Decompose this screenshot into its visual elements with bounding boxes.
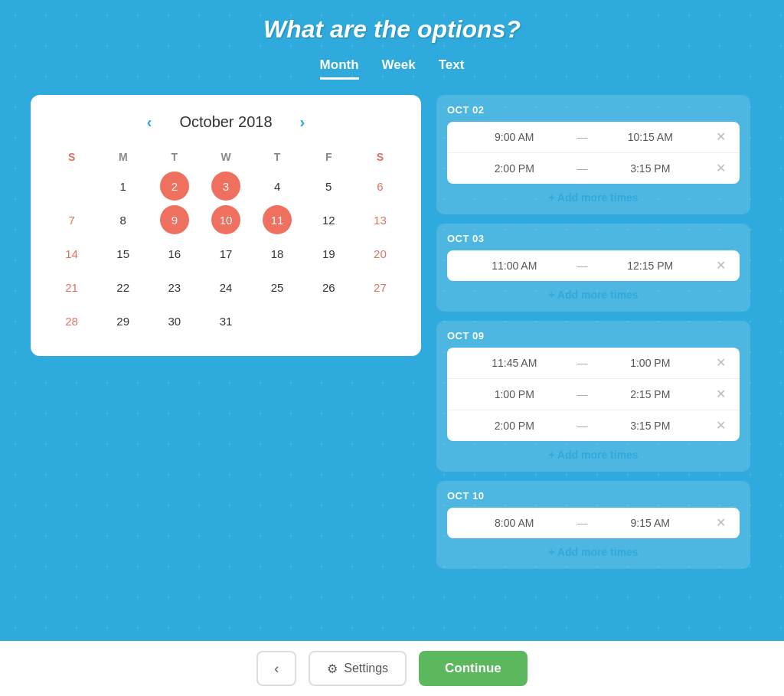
- cal-day-11[interactable]: 11: [263, 205, 292, 234]
- time-slots-oct03: 11:00 AM — 12:15 PM ✕: [447, 250, 740, 281]
- cal-day-28[interactable]: 28: [57, 306, 87, 335]
- cal-day-5[interactable]: 5: [314, 172, 343, 201]
- dow-thursday: T: [252, 145, 303, 169]
- end-time: 2:15 PM: [594, 388, 707, 400]
- start-time: 9:00 AM: [458, 131, 571, 143]
- time-dash: —: [577, 517, 588, 529]
- remove-timeslot-button[interactable]: ✕: [713, 388, 729, 400]
- cal-day-20[interactable]: 20: [365, 239, 394, 268]
- end-time: 3:15 PM: [594, 420, 707, 432]
- cal-empty: [314, 306, 343, 335]
- date-label-oct02: OCT 02: [447, 104, 740, 116]
- dow-sunday: S: [46, 145, 97, 169]
- end-time: 12:15 PM: [594, 260, 707, 272]
- time-dash: —: [577, 260, 588, 272]
- date-label-oct03: OCT 03: [447, 233, 740, 244]
- add-more-times-button[interactable]: + Add more times: [447, 441, 740, 462]
- cal-day-9[interactable]: 9: [160, 205, 189, 234]
- add-more-times-button[interactable]: + Add more times: [447, 538, 740, 560]
- cal-day-2[interactable]: 2: [160, 172, 189, 201]
- time-slots-oct02: 9:00 AM — 10:15 AM ✕ 2:00 PM — 3:15 PM ✕: [447, 122, 740, 184]
- cal-day-18[interactable]: 18: [263, 239, 292, 268]
- time-slot-row: 11:00 AM — 12:15 PM ✕: [447, 250, 740, 281]
- remove-timeslot-button[interactable]: ✕: [713, 357, 729, 369]
- start-time: 11:00 AM: [458, 260, 571, 272]
- calendar-month-year: October 2018: [179, 113, 272, 131]
- tabs-container: Month Week Text: [320, 57, 465, 80]
- cal-day-22[interactable]: 22: [109, 273, 138, 302]
- end-time: 1:00 PM: [594, 357, 707, 369]
- cal-day-23[interactable]: 23: [160, 273, 189, 302]
- cal-empty: [365, 306, 394, 335]
- add-more-times-button[interactable]: + Add more times: [447, 184, 740, 205]
- continue-button[interactable]: Continue: [419, 651, 528, 686]
- cal-day-10[interactable]: 10: [211, 205, 240, 234]
- date-section-oct09: OCT 09 11:45 AM — 1:00 PM ✕ 1:00 PM — 2:…: [436, 321, 750, 472]
- remove-timeslot-button[interactable]: ✕: [713, 162, 729, 175]
- time-slot-row: 9:00 AM — 10:15 AM ✕: [447, 122, 740, 153]
- time-slots-oct10: 8:00 AM — 9:15 AM ✕: [447, 508, 740, 538]
- cal-day-3[interactable]: 3: [211, 172, 240, 201]
- time-slot-row: 1:00 PM — 2:15 PM ✕: [447, 379, 740, 410]
- cal-day-24[interactable]: 24: [211, 273, 240, 302]
- settings-label: Settings: [344, 662, 388, 675]
- time-slot-row: 2:00 PM — 3:15 PM ✕: [447, 410, 740, 441]
- cal-day-7[interactable]: 7: [57, 205, 87, 234]
- add-more-times-button[interactable]: + Add more times: [447, 281, 740, 302]
- cal-day-31[interactable]: 31: [211, 306, 240, 335]
- settings-button[interactable]: ⚙ Settings: [309, 651, 407, 686]
- cal-day-30[interactable]: 30: [160, 306, 189, 335]
- dow-saturday: S: [354, 145, 406, 169]
- end-time: 10:15 AM: [594, 131, 707, 143]
- remove-timeslot-button[interactable]: ✕: [713, 420, 729, 432]
- dow-tuesday: T: [149, 145, 200, 169]
- calendar-panel: ‹ October 2018 › S M T W T F S 1 2 3 4 5: [31, 95, 421, 356]
- cal-day-12[interactable]: 12: [314, 205, 343, 234]
- page-title: What are the options?: [263, 15, 521, 44]
- cal-day-15[interactable]: 15: [109, 239, 138, 268]
- right-panel: OCT 02 9:00 AM — 10:15 AM ✕ 2:00 PM — 3:…: [436, 95, 753, 569]
- date-section-oct02: OCT 02 9:00 AM — 10:15 AM ✕ 2:00 PM — 3:…: [436, 95, 750, 214]
- gear-icon: ⚙: [327, 662, 338, 676]
- cal-day-26[interactable]: 26: [314, 273, 343, 302]
- time-dash: —: [577, 162, 588, 175]
- cal-day-21[interactable]: 21: [57, 273, 87, 302]
- cal-day-8[interactable]: 8: [109, 205, 138, 234]
- dow-monday: M: [97, 145, 149, 169]
- cal-day-17[interactable]: 17: [211, 239, 240, 268]
- dow-wednesday: W: [200, 145, 251, 169]
- remove-timeslot-button[interactable]: ✕: [713, 131, 729, 143]
- back-button[interactable]: ‹: [256, 651, 296, 686]
- cal-day-27[interactable]: 27: [365, 273, 394, 302]
- tab-text[interactable]: Text: [439, 57, 465, 80]
- time-slot-row: 2:00 PM — 3:15 PM ✕: [447, 153, 740, 184]
- cal-day-14[interactable]: 14: [57, 239, 87, 268]
- calendar-header: ‹ October 2018 ›: [46, 113, 406, 131]
- cal-day-4[interactable]: 4: [263, 172, 292, 201]
- date-label-oct10: OCT 10: [447, 490, 740, 502]
- calendar-next-button[interactable]: ›: [296, 113, 310, 131]
- time-dash: —: [577, 131, 588, 143]
- cal-day-29[interactable]: 29: [109, 306, 138, 335]
- cal-day-13[interactable]: 13: [365, 205, 394, 234]
- date-label-oct09: OCT 09: [447, 330, 740, 341]
- cal-day-25[interactable]: 25: [263, 273, 292, 302]
- cal-day-1[interactable]: 1: [109, 172, 138, 201]
- start-time: 1:00 PM: [458, 388, 571, 400]
- calendar-prev-button[interactable]: ‹: [142, 113, 157, 131]
- cal-empty: [57, 172, 87, 201]
- cal-day-16[interactable]: 16: [160, 239, 189, 268]
- tab-month[interactable]: Month: [320, 57, 359, 80]
- calendar-grid: S M T W T F S 1 2 3 4 5 6 7 8 9 10: [46, 145, 406, 338]
- end-time: 9:15 AM: [594, 517, 707, 529]
- end-time: 3:15 PM: [594, 162, 707, 175]
- remove-timeslot-button[interactable]: ✕: [713, 260, 729, 272]
- remove-timeslot-button[interactable]: ✕: [713, 517, 729, 529]
- time-slots-oct09: 11:45 AM — 1:00 PM ✕ 1:00 PM — 2:15 PM ✕…: [447, 348, 740, 441]
- time-dash: —: [577, 420, 588, 432]
- cal-day-19[interactable]: 19: [314, 239, 343, 268]
- tab-week[interactable]: Week: [382, 57, 416, 80]
- cal-day-6[interactable]: 6: [365, 172, 394, 201]
- time-slot-row: 8:00 AM — 9:15 AM ✕: [447, 508, 740, 538]
- start-time: 8:00 AM: [458, 517, 571, 529]
